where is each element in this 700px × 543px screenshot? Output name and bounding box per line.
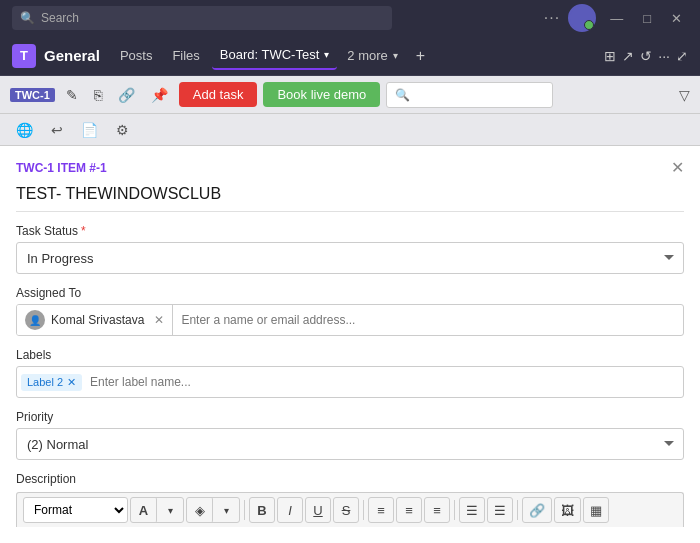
- search-label: Search: [41, 11, 79, 25]
- filter-icon[interactable]: ▽: [679, 87, 690, 103]
- labels-label: Labels: [16, 348, 684, 362]
- document-icon-btn[interactable]: 📄: [75, 119, 104, 141]
- user-avatar: 👤: [25, 310, 45, 330]
- expand-icon[interactable]: ↗: [622, 48, 634, 64]
- highlight-button[interactable]: ◈: [187, 497, 213, 523]
- format-select-wrapper[interactable]: Format Heading 1 Heading 2 Paragraph: [23, 497, 128, 523]
- priority-label: Priority: [16, 410, 684, 424]
- maximize-button[interactable]: □: [637, 11, 657, 26]
- priority-group: Priority (1) Urgent (2) Normal (3) Low: [16, 410, 684, 460]
- table-button[interactable]: ▦: [583, 497, 609, 523]
- edit-icon-btn[interactable]: ✎: [61, 84, 83, 106]
- divider-4: [517, 500, 518, 520]
- sub-toolbar: 🌐 ↩ 📄 ⚙: [0, 114, 700, 146]
- tab-posts[interactable]: Posts: [112, 42, 161, 69]
- assigned-name: Komal Srivastava: [51, 313, 144, 327]
- title-bar-actions: ··· — □ ✕: [544, 4, 688, 32]
- align-center-button[interactable]: ≡: [396, 497, 422, 523]
- font-color-group: A ▾: [130, 497, 184, 523]
- task-status-group: Task Status * In Progress To Do Done Can…: [16, 224, 684, 274]
- tab-board-label: Board: TWC-Test: [220, 47, 319, 62]
- link-icon-btn[interactable]: 🔗: [113, 84, 140, 106]
- assigned-to-label: Assigned To: [16, 286, 684, 300]
- close-button[interactable]: ✕: [665, 11, 688, 26]
- divider-1: [244, 500, 245, 520]
- editor-toolbar: Format Heading 1 Heading 2 Paragraph A ▾…: [16, 492, 684, 527]
- pin-icon-btn[interactable]: 📌: [146, 84, 173, 106]
- highlight-arrow[interactable]: ▾: [213, 497, 239, 523]
- align-left-button[interactable]: ≡: [368, 497, 394, 523]
- main-content: TWC-1 ITEM #-1 ✕ ➜ TEST- THEWINDOWSCLUB …: [0, 146, 700, 543]
- tab-more-label: 2 more: [347, 48, 387, 63]
- task-status-select[interactable]: In Progress To Do Done Cancelled: [16, 242, 684, 274]
- divider-3: [454, 500, 455, 520]
- ordered-list-button[interactable]: ☰: [459, 497, 485, 523]
- font-color-button[interactable]: A: [131, 497, 157, 523]
- toolbar: TWC-1 ✎ ⎘ 🔗 📌 Add task Book live demo 🔍 …: [0, 76, 700, 114]
- label-input[interactable]: [86, 375, 679, 389]
- search-icon: 🔍: [20, 11, 35, 25]
- labels-group: Labels Label 2 ✕: [16, 348, 684, 398]
- unordered-list-button[interactable]: ☰: [487, 497, 513, 523]
- search-input[interactable]: [414, 88, 544, 102]
- task-id: TWC-1 ITEM #-1: [16, 161, 107, 175]
- description-label: Description: [16, 472, 684, 486]
- bold-button[interactable]: B: [249, 497, 275, 523]
- close-task-button[interactable]: ✕: [671, 158, 684, 177]
- tab-icon-group: ⊞ ↗ ↺ ··· ⤢: [604, 48, 688, 64]
- priority-select[interactable]: (1) Urgent (2) Normal (3) Low: [16, 428, 684, 460]
- clear-assignee-button[interactable]: ✕: [154, 313, 164, 327]
- align-right-button[interactable]: ≡: [424, 497, 450, 523]
- tab-files[interactable]: Files: [164, 42, 207, 69]
- remove-label-button[interactable]: ✕: [67, 376, 76, 389]
- search-field-icon: 🔍: [395, 88, 410, 102]
- search-box[interactable]: 🔍 Search: [12, 6, 392, 30]
- app-name: General: [44, 47, 100, 64]
- image-button[interactable]: 🖼: [554, 497, 581, 523]
- italic-button[interactable]: I: [277, 497, 303, 523]
- settings-icon-btn[interactable]: ⚙: [110, 119, 135, 141]
- refresh-icon[interactable]: ↺: [640, 48, 652, 64]
- description-group: Description Format Heading 1 Heading 2 P…: [16, 472, 684, 527]
- labels-field[interactable]: Label 2 ✕: [16, 366, 684, 398]
- avatar[interactable]: [568, 4, 596, 32]
- chevron-down-icon: ▾: [324, 49, 329, 60]
- required-marker: *: [81, 224, 86, 238]
- title-bar: 🔍 Search ··· — □ ✕: [0, 0, 700, 36]
- book-demo-button[interactable]: Book live demo: [263, 82, 380, 107]
- more-options-icon[interactable]: ···: [544, 9, 560, 27]
- label-badge: Label 2 ✕: [21, 374, 82, 391]
- chevron-down-icon-more: ▾: [393, 50, 398, 61]
- add-task-button[interactable]: Add task: [179, 82, 258, 107]
- globe-icon-btn[interactable]: 🌐: [10, 119, 39, 141]
- task-title[interactable]: TEST- THEWINDOWSCLUB: [16, 185, 684, 212]
- tab-add-button[interactable]: +: [408, 43, 433, 69]
- assignee-input[interactable]: [173, 313, 683, 327]
- highlight-group: ◈ ▾: [186, 497, 240, 523]
- tab-more[interactable]: 2 more ▾: [341, 42, 403, 69]
- format-select[interactable]: Format Heading 1 Heading 2 Paragraph: [23, 497, 128, 523]
- assigned-left: 👤 Komal Srivastava ✕: [17, 305, 173, 335]
- grid-view-icon[interactable]: ⊞: [604, 48, 616, 64]
- task-status-label: Task Status *: [16, 224, 684, 238]
- tab-board[interactable]: Board: TWC-Test ▾: [212, 41, 337, 70]
- detach-icon[interactable]: ⤢: [676, 48, 688, 64]
- minimize-button[interactable]: —: [604, 11, 629, 26]
- task-badge: TWC-1: [10, 88, 55, 102]
- undo-icon-btn[interactable]: ↩: [45, 119, 69, 141]
- app-icon: T: [12, 44, 36, 68]
- more-tab-icon[interactable]: ···: [658, 48, 670, 64]
- copy-icon-btn[interactable]: ⎘: [89, 84, 107, 106]
- search-field[interactable]: 🔍: [386, 82, 553, 108]
- assigned-to-group: Assigned To 👤 Komal Srivastava ✕: [16, 286, 684, 336]
- font-color-arrow[interactable]: ▾: [157, 497, 183, 523]
- assigned-field[interactable]: 👤 Komal Srivastava ✕: [16, 304, 684, 336]
- divider-2: [363, 500, 364, 520]
- underline-button[interactable]: U: [305, 497, 331, 523]
- tab-bar: T General Posts Files Board: TWC-Test ▾ …: [0, 36, 700, 76]
- link-button[interactable]: 🔗: [522, 497, 552, 523]
- task-header: TWC-1 ITEM #-1 ✕: [16, 158, 684, 177]
- strikethrough-button[interactable]: S: [333, 497, 359, 523]
